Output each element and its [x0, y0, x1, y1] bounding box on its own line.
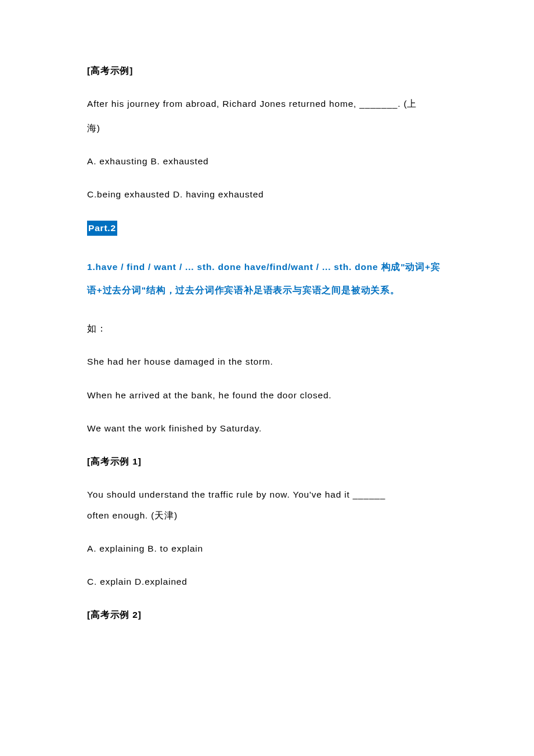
exam-example-heading: [高考示例 1] — [87, 455, 447, 468]
part-section-label: Part.2 — [87, 221, 447, 235]
example-sentence: She had her house damaged in the storm. — [87, 355, 447, 368]
example-intro-label: 如： — [87, 322, 447, 335]
grammar-rule-heading: 1.have / find / want / ... sth. done hav… — [87, 255, 447, 303]
example-sentence: We want the work finished by Saturday. — [87, 422, 447, 435]
example-sentence: When he arrived at the bank, he found th… — [87, 388, 447, 402]
exam-example-heading: [高考示例 2] — [87, 608, 447, 621]
document-page: [高考示例] After his journey from abroad, Ri… — [0, 0, 534, 668]
answer-options-row: C.being exhausted D. having exhausted — [87, 188, 447, 201]
question-text-line: You should understand the traffic rule b… — [87, 488, 447, 501]
answer-options-row: A. explaining B. to explain — [87, 542, 447, 555]
exam-example-heading: [高考示例] — [87, 64, 447, 77]
part-label-badge: Part.2 — [87, 221, 117, 235]
answer-options-row: C. explain D.explained — [87, 575, 447, 588]
question-text-line: often enough. (天津) — [87, 509, 447, 522]
question-text-line: 海) — [87, 121, 447, 135]
answer-options-row: A. exhausting B. exhausted — [87, 154, 447, 168]
question-text-line: After his journey from abroad, Richard J… — [87, 97, 447, 110]
